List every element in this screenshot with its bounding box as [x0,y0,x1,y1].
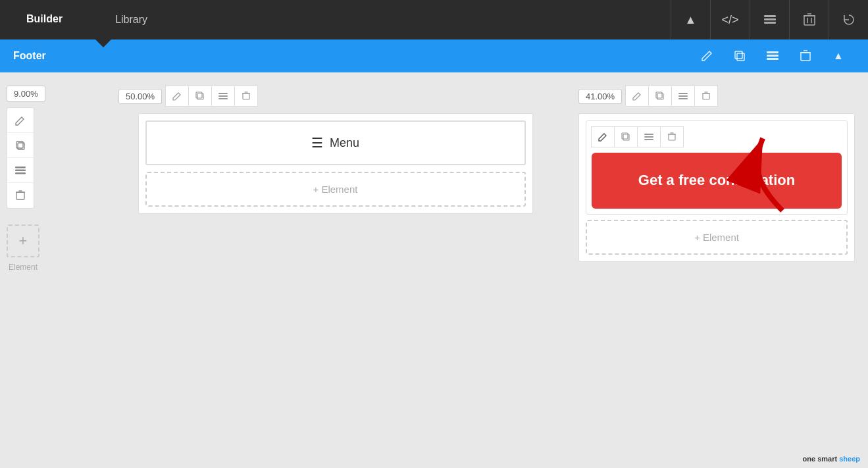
svg-rect-3 [804,16,815,25]
svg-rect-25 [196,92,202,98]
inner-block-toolbar [592,126,842,147]
svg-rect-36 [678,98,688,99]
svg-rect-42 [644,134,653,135]
svg-rect-41 [622,133,628,139]
center-panel: 50.00% [105,72,565,468]
footer-edit-icon[interactable] [690,39,723,72]
svg-rect-37 [703,93,709,99]
svg-rect-8 [737,53,744,61]
center-block: ☰ Menu + Element [138,113,533,214]
right-add-element-btn[interactable]: + Element [586,220,848,255]
svg-rect-2 [764,22,776,24]
cta-button[interactable]: Get a free consultation [592,153,842,209]
left-layers-icon[interactable] [7,158,34,183]
right-trash-icon[interactable] [694,86,718,107]
svg-rect-40 [623,134,629,140]
inner-edit-icon[interactable] [591,126,615,147]
left-edit-icon[interactable] [7,108,34,133]
footer-bar-label: Footer [13,50,690,62]
svg-rect-1 [764,18,776,20]
inner-layers-icon[interactable] [637,126,661,147]
left-icon-group [7,107,34,209]
center-block-percentage: 50.00% [118,89,162,104]
plus-icon: + [7,224,39,257]
svg-rect-9 [735,51,742,59]
code-icon[interactable]: </> [710,0,750,39]
svg-rect-24 [197,93,203,99]
svg-rect-45 [669,134,675,140]
footer-copy-icon[interactable] [723,39,756,72]
trash-icon[interactable] [789,0,829,39]
menu-element[interactable]: ☰ Menu [145,120,526,165]
svg-rect-27 [218,95,228,97]
left-percentage-badge: 9.00% [7,86,45,102]
right-block-percentage: 41.00% [578,89,622,104]
footer-bar: Footer ▲ [0,39,868,72]
svg-rect-19 [15,169,26,171]
svg-rect-28 [218,98,228,99]
svg-rect-33 [656,92,662,98]
svg-rect-44 [644,139,653,140]
menu-label: Menu [330,136,359,150]
left-trash-icon[interactable] [7,183,34,208]
footer-collapse-icon[interactable]: ▲ [822,39,855,72]
center-add-element-btn[interactable]: + Element [145,172,526,207]
svg-rect-12 [767,58,779,60]
tab-builder[interactable]: Builder [0,0,89,39]
inner-trash-icon[interactable] [660,126,684,147]
left-copy-icon[interactable] [7,133,34,158]
right-icon-group [626,86,718,107]
svg-rect-10 [767,51,779,53]
tab-library[interactable]: Library [89,0,174,39]
history-icon[interactable] [829,0,868,39]
add-element-sidebar[interactable]: + Element [7,218,39,272]
upload-icon[interactable]: ▲ [671,0,710,39]
right-edit-icon[interactable] [625,86,649,107]
watermark: one smart sheep [803,455,860,463]
footer-bar-icons: ▲ [690,39,855,72]
svg-rect-18 [15,167,26,169]
center-edit-icon[interactable] [165,86,189,107]
svg-rect-34 [678,93,688,94]
center-icon-group [166,86,258,107]
svg-rect-21 [16,192,24,199]
left-sidebar: 9.00% [0,72,105,468]
menu-hamburger-icon: ☰ [311,135,323,151]
footer-trash-icon[interactable] [789,39,822,72]
right-layers-icon[interactable] [671,86,695,107]
center-layers-icon[interactable] [211,86,235,107]
top-toolbar: Builder Library ▲ </> [0,0,868,39]
right-copy-icon[interactable] [648,86,672,107]
inner-copy-icon[interactable] [614,126,638,147]
add-element-sidebar-label: Element [9,263,38,272]
inner-block: Get a free consultation [586,120,848,215]
svg-rect-29 [243,93,249,99]
svg-rect-43 [644,136,653,138]
builder-tab-arrow [95,39,111,47]
svg-rect-11 [767,55,779,57]
layers-icon[interactable] [750,0,789,39]
svg-rect-32 [657,93,663,99]
footer-layers-icon[interactable] [756,39,789,72]
svg-rect-26 [218,93,228,94]
watermark-text: one smart sheep [803,455,860,463]
svg-rect-35 [678,95,688,97]
right-panel: 41.00% [565,72,868,468]
svg-rect-20 [15,172,26,174]
svg-rect-13 [801,53,810,61]
svg-rect-0 [764,15,776,17]
center-copy-icon[interactable] [188,86,212,107]
center-trash-icon[interactable] [234,86,258,107]
main-content: 9.00% [0,72,868,468]
right-block: Get a free consultation + Element [578,113,855,262]
toolbar-icons: ▲ </> [671,0,868,39]
